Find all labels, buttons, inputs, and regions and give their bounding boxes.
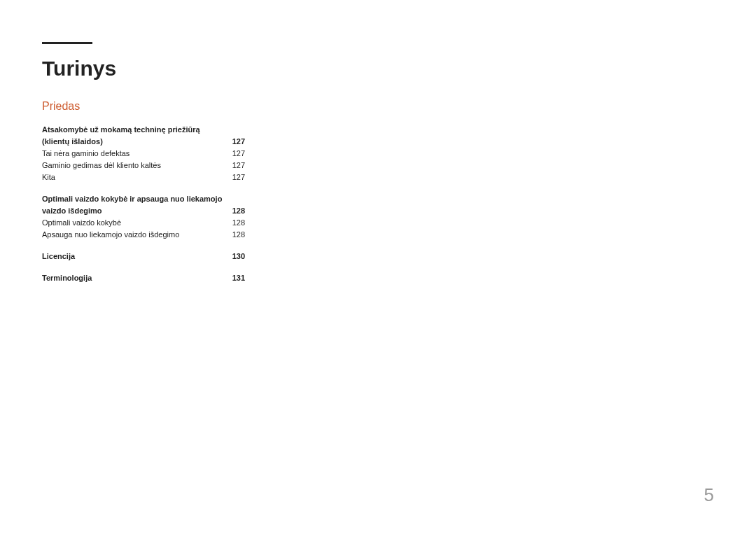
toc-item[interactable]: Gaminio gedimas dėl kliento kaltės 127 — [42, 160, 245, 171]
toc-heading-1[interactable]: Optimali vaizdo kokybė ir apsauga nuo li… — [42, 193, 245, 217]
toc-heading-0[interactable]: Atsakomybė už mokamą techninę priežiūrą … — [42, 124, 245, 148]
toc-item-label: Gaminio gedimas dėl kliento kaltės — [42, 160, 232, 171]
toc-item[interactable]: Kita 127 — [42, 171, 245, 183]
toc-item[interactable]: Tai nėra gaminio defektas 127 — [42, 148, 245, 160]
section-title: Priedas — [42, 100, 714, 113]
toc-heading-label: Atsakomybė už mokamą techninę priežiūrą … — [42, 124, 232, 148]
page-title: Turinys — [42, 57, 714, 80]
title-rule — [42, 42, 92, 44]
toc-item-page: 128 — [232, 217, 245, 229]
toc-block-0: Atsakomybė už mokamą techninę priežiūrą … — [42, 124, 245, 183]
toc-item-label: Optimali vaizdo kokybė — [42, 217, 232, 229]
toc-heading-2[interactable]: Licencija 130 — [42, 251, 245, 262]
toc-item-page: 127 — [232, 171, 245, 183]
toc-heading-label: Licencija — [42, 251, 232, 262]
toc-item-label: Tai nėra gaminio defektas — [42, 148, 232, 160]
toc-block-2: Licencija 130 — [42, 251, 245, 262]
toc-item-page: 128 — [232, 229, 245, 241]
toc-item-page: 127 — [232, 148, 245, 160]
toc-item[interactable]: Optimali vaizdo kokybė 128 — [42, 217, 245, 229]
toc-item-label: Apsauga nuo liekamojo vaizdo išdegimo — [42, 229, 232, 241]
toc-heading-label: Optimali vaizdo kokybė ir apsauga nuo li… — [42, 193, 232, 217]
toc-heading-3[interactable]: Terminologija 131 — [42, 272, 245, 284]
toc-heading-label: Terminologija — [42, 272, 232, 284]
toc-heading-page: 128 — [232, 205, 245, 217]
toc-item[interactable]: Apsauga nuo liekamojo vaizdo išdegimo 12… — [42, 229, 245, 241]
toc-heading-page: 131 — [232, 272, 245, 284]
toc-heading-page: 130 — [232, 251, 245, 262]
toc-heading-page: 127 — [232, 136, 245, 148]
toc-item-label: Kita — [42, 171, 232, 183]
toc-item-page: 127 — [232, 160, 245, 171]
toc-block-1: Optimali vaizdo kokybė ir apsauga nuo li… — [42, 193, 245, 241]
toc-block-3: Terminologija 131 — [42, 272, 245, 284]
page-number: 5 — [704, 484, 714, 506]
